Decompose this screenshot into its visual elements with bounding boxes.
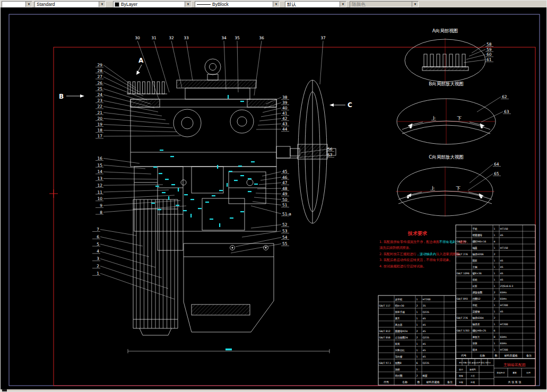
title-block-role-label: 标准化 xyxy=(470,368,476,371)
callout-number: 3 xyxy=(97,256,99,261)
drawing-viewport[interactable]: A B C A向局部视图 B向局部放大视图 xyxy=(1,7,547,389)
leader-line xyxy=(100,273,175,299)
callout-number: 26 xyxy=(97,81,102,85)
bom-cell: 45 xyxy=(500,310,503,313)
callout-number: 54 xyxy=(282,235,288,240)
bom-cell: 密封圈 xyxy=(395,374,403,377)
leader-line xyxy=(103,195,175,199)
bom-cell: 45 xyxy=(500,278,503,281)
callout-number: 55 xyxy=(282,241,288,246)
callout-number: 5 xyxy=(97,242,99,247)
leader-line xyxy=(100,251,155,267)
title-block-role-label: 工艺 xyxy=(471,374,475,377)
bom-header-cell: 名称 xyxy=(402,380,407,384)
callout-number: 27 xyxy=(97,74,102,79)
bom-cell: 2 xyxy=(494,298,496,300)
chevron-down-icon[interactable]: ▼ xyxy=(340,2,346,7)
leader-line xyxy=(103,185,163,185)
callout-number: 60 xyxy=(487,52,492,57)
direction-label-up: 上 xyxy=(430,186,435,191)
leader-line xyxy=(257,188,281,189)
callout-group: 52535455 xyxy=(231,222,289,253)
bom-cell: 主轴 xyxy=(473,266,478,269)
chevron-down-icon[interactable]: ▼ xyxy=(185,2,191,7)
callout-number: 39 xyxy=(282,100,288,105)
bom-cell: 1 xyxy=(416,298,418,301)
bom-cell: 1 xyxy=(494,342,496,345)
color-combo[interactable]: ByLayer ▼ xyxy=(113,1,192,7)
bom-cell: HT200 xyxy=(500,304,508,307)
chevron-down-icon[interactable]: ▼ xyxy=(273,2,279,7)
linetype-value: ByBlock xyxy=(211,2,273,7)
callout-number: 62 xyxy=(502,94,507,99)
callout-number: 11 xyxy=(97,190,102,195)
leader-line xyxy=(103,136,180,136)
bom-cell: 6 xyxy=(494,329,496,332)
leader-line xyxy=(256,129,281,130)
sheet-count-label: 共 张 第 张 xyxy=(508,380,522,384)
title-block-role-label: 校核 xyxy=(458,374,463,377)
callout-number: 15 xyxy=(97,163,102,168)
eyebolt xyxy=(205,59,221,75)
detail-a-comb xyxy=(424,54,465,67)
layer-combo[interactable]: ▼ xyxy=(2,1,32,7)
arrow-icon xyxy=(480,124,484,127)
bom-cell: 1 xyxy=(494,278,496,281)
callout-number: 29 xyxy=(97,63,102,67)
drawing-canvas[interactable]: A B C A向局部视图 B向局部放大视图 xyxy=(1,7,547,389)
bom-cell: 45 xyxy=(423,343,426,345)
text-style-combo[interactable]: Standard ▼ xyxy=(34,1,106,7)
callout-number: 8 xyxy=(100,210,102,215)
callout-number: 6 xyxy=(97,234,99,239)
callout-number: 51 xyxy=(282,203,288,207)
leader-line xyxy=(137,41,159,99)
chevron-down-icon[interactable]: ▼ xyxy=(25,2,32,7)
upper-housing xyxy=(131,99,276,167)
title-block-role-label: 批准 xyxy=(471,381,475,384)
bom-cell: GB/T 5783 xyxy=(457,329,470,332)
callout-number: 47 xyxy=(282,180,288,185)
status-bar xyxy=(1,389,546,392)
bom-header-cell: 材料及规格 xyxy=(426,380,440,384)
bom-cell: 皮带轮 xyxy=(395,298,403,301)
callout-number: 37 xyxy=(320,36,326,40)
bom-cell: 1 xyxy=(416,324,418,326)
callout-number: 34 xyxy=(221,36,227,40)
linetype-combo[interactable]: ByBlock ▼ xyxy=(195,1,280,7)
chevron-down-icon[interactable]: ▼ xyxy=(99,2,105,7)
revision-strip-labels: 标记 处数 分区 更改文件号 签名 年月日 xyxy=(458,361,491,364)
bom-cell: 45 xyxy=(500,259,503,262)
bom-cell: 1 xyxy=(494,228,496,230)
bom-cell: 65Mn xyxy=(500,342,507,345)
callout-group: 1615141312111098 xyxy=(95,156,186,215)
bom-cell: 螺钉M6×16 xyxy=(473,240,487,243)
bom-cell: GB/T 812 xyxy=(379,330,390,333)
bom-header-cell: 数 xyxy=(418,380,420,384)
bom-cell: 操纵手柄 xyxy=(395,310,405,314)
callout-number: 38 xyxy=(282,95,288,100)
bom-cell: 1 xyxy=(416,349,418,352)
bom-cell: 键8×36 xyxy=(472,272,482,275)
callout-number: 20 xyxy=(97,116,102,121)
lineweight-value: 默认 xyxy=(285,2,340,7)
leader-line xyxy=(253,202,281,205)
leader-line xyxy=(466,55,485,59)
bom-header-cell: 名称 xyxy=(480,354,485,357)
bom-cell: 止动垫圈24 xyxy=(395,336,408,339)
title-block-role-label: 设计 xyxy=(459,368,463,371)
bom-cell: 箱体 xyxy=(473,348,478,351)
detail-b-title: B向局部放大视图 xyxy=(429,81,463,86)
bom-cell: Q235 xyxy=(423,336,429,339)
bom-table-left: 代号名称数材料及规格备注皮带轮1HT200GB/T 117销4×30235操纵手… xyxy=(378,295,456,385)
leader-line xyxy=(262,172,281,177)
bom-cell: 带轮 xyxy=(473,304,478,307)
bom-cell: HT200 xyxy=(423,298,431,301)
bom-cell: 套筒 xyxy=(395,343,401,345)
tech-requirements-title: 技术要求 xyxy=(407,231,428,236)
bom-cell: 1 xyxy=(494,323,496,326)
bom-cell: 1 xyxy=(416,317,418,320)
bom-header-cell: 数 xyxy=(495,354,498,357)
callout-number: 32 xyxy=(169,36,174,40)
lineweight-combo[interactable]: 默认 ▼ xyxy=(285,1,346,7)
bom-cell: HT200 xyxy=(500,323,508,326)
